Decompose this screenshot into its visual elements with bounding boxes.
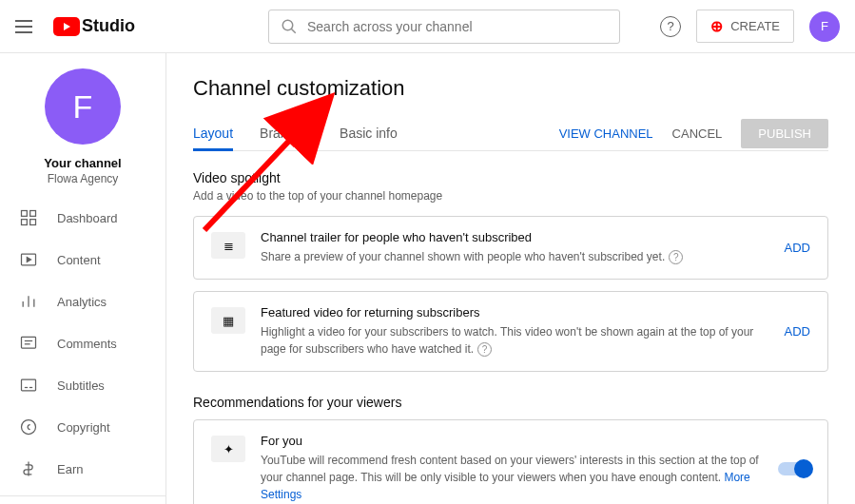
youtube-play-icon (53, 17, 80, 36)
dashboard-icon (19, 208, 38, 227)
spotlight-title: Video spotlight (193, 170, 828, 185)
publish-button[interactable]: PUBLISH (741, 119, 828, 148)
analytics-icon (19, 292, 38, 311)
add-trailer-button[interactable]: ADD (785, 241, 810, 255)
view-channel-button[interactable]: VIEW CHANNEL (559, 126, 653, 141)
sidebar-item-dashboard[interactable]: Dashboard (0, 197, 165, 239)
create-button[interactable]: ⊕ CREATE (696, 10, 794, 43)
featured-video-desc: Highlight a video for your subscribers t… (261, 325, 753, 356)
help-icon[interactable]: ? (477, 342, 492, 357)
tab-layout[interactable]: Layout (193, 116, 233, 150)
sidebar-item-analytics[interactable]: Analytics (0, 281, 165, 322)
for-you-toggle[interactable] (778, 462, 810, 475)
svg-rect-14 (22, 379, 36, 391)
create-plus-icon: ⊕ (710, 17, 723, 35)
svg-rect-4 (22, 220, 28, 225)
add-featured-button[interactable]: ADD (785, 324, 810, 339)
video-icon: ≣ (211, 232, 245, 259)
video-icon: ▦ (211, 307, 245, 334)
search-icon (281, 18, 298, 35)
copyright-icon (19, 417, 38, 436)
trailer-card: ≣ Channel trailer for people who haven't… (193, 216, 828, 280)
sidebar-item-copyright[interactable]: Copyright (0, 406, 165, 448)
for-you-card: ✦ For you YouTube will recommend fresh c… (193, 419, 828, 504)
spotlight-desc: Add a video to the top of your channel h… (193, 189, 828, 203)
trailer-title: Channel trailer for people who haven't s… (261, 230, 769, 244)
cancel-button[interactable]: CANCEL (672, 126, 723, 141)
sidebar-item-comments[interactable]: Comments (0, 322, 165, 364)
svg-marker-7 (27, 258, 30, 262)
page-title: Channel customization (193, 76, 828, 101)
svg-point-17 (22, 420, 36, 435)
search-box[interactable] (268, 10, 620, 44)
help-icon[interactable]: ? (669, 250, 683, 264)
tab-basic-info[interactable]: Basic info (340, 116, 398, 150)
featured-video-card: ▦ Featured video for returning subscribe… (193, 291, 828, 372)
avatar[interactable]: F (809, 11, 840, 42)
sidebar-item-earn[interactable]: Earn (0, 448, 165, 490)
subtitles-icon (19, 376, 38, 395)
menu-icon[interactable] (15, 15, 38, 38)
content-icon (19, 250, 38, 269)
tab-branding[interactable]: Branding (260, 116, 313, 150)
svg-rect-3 (30, 211, 36, 217)
featured-video-title: Featured video for returning subscribers (261, 305, 769, 320)
earn-icon (19, 459, 38, 478)
svg-line-1 (291, 29, 296, 33)
recs-title: Recommendations for your viewers (193, 395, 828, 410)
svg-point-0 (282, 20, 293, 30)
studio-logo[interactable]: Studio (53, 16, 135, 36)
search-input[interactable] (307, 19, 608, 34)
sidebar-item-subtitles[interactable]: Subtitles (0, 364, 165, 406)
svg-rect-2 (22, 211, 28, 217)
your-channel-label: Your channel (0, 156, 165, 170)
sidebar-item-content[interactable]: Content (0, 239, 165, 281)
sidebar: F Your channel Flowa Agency Dashboard Co… (0, 53, 166, 504)
app-header: Studio ? ⊕ CREATE F (0, 0, 855, 53)
comments-icon (19, 334, 38, 353)
channel-avatar[interactable]: F (45, 68, 121, 145)
channel-name: Flowa Agency (0, 172, 165, 185)
svg-rect-11 (22, 337, 36, 348)
sparkle-icon: ✦ (211, 436, 245, 462)
for-you-desc: YouTube will recommend fresh content bas… (261, 454, 759, 484)
svg-rect-5 (30, 220, 36, 225)
main-content: Channel customization Layout Branding Ba… (166, 53, 855, 504)
help-icon[interactable]: ? (660, 16, 681, 37)
for-you-title: For you (261, 434, 763, 448)
trailer-desc: Share a preview of your channel shown wi… (261, 250, 665, 263)
divider (0, 495, 165, 496)
